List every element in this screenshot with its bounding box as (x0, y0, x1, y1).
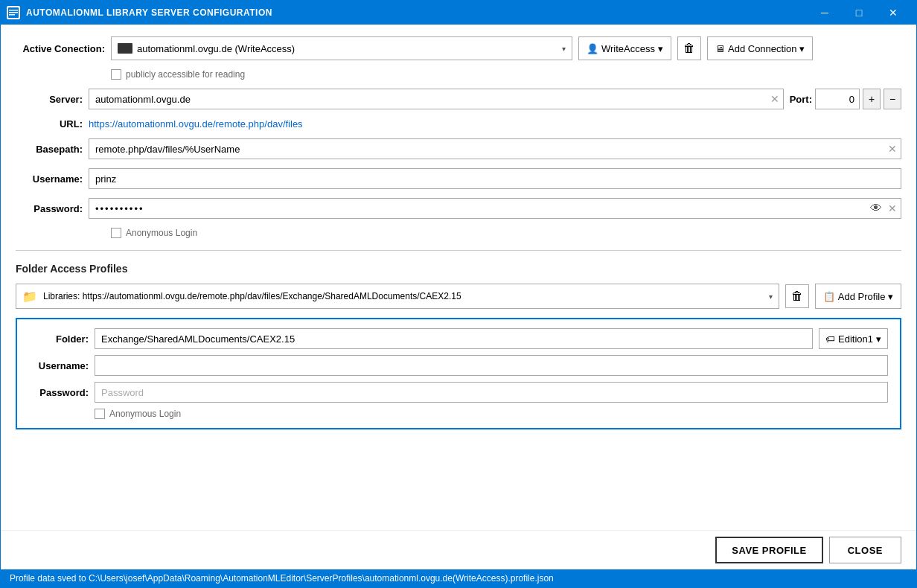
basepath-label: Basepath: (16, 144, 83, 155)
svg-rect-2 (9, 12, 18, 13)
bottom-bar: SAVE PROFILE CLOSE (1, 530, 916, 569)
user-icon: 👤 (587, 43, 598, 54)
profile-username-label: Username: (29, 360, 89, 371)
password-row: Password: 👁 ✕ (16, 198, 901, 219)
profile-username-row: Username: (29, 355, 888, 376)
profile-dropdown[interactable]: 📁 Libraries: https://automationml.ovgu.d… (16, 284, 779, 309)
publicly-accessible-row: publicly accessible for reading (16, 69, 901, 80)
username-input[interactable] (89, 168, 901, 189)
port-decrement-button[interactable]: − (884, 89, 901, 109)
minimize-button[interactable]: ─ (808, 1, 842, 25)
port-label: Port: (790, 94, 812, 105)
close-window-button[interactable]: ✕ (876, 1, 910, 25)
monitor-icon: 🖥 (715, 43, 725, 54)
basepath-input[interactable] (89, 138, 901, 159)
url-label: URL: (16, 118, 83, 130)
write-access-button[interactable]: 👤 WriteAccess ▾ (578, 36, 671, 60)
write-access-arrow-icon: ▾ (658, 43, 663, 54)
write-access-label: WriteAccess (601, 43, 655, 54)
username-row: Username: (16, 168, 901, 189)
tag-icon: 🏷 (825, 333, 835, 345)
main-content: Active Conection: automationml.ovgu.de (… (1, 25, 916, 530)
password-label: Password: (16, 203, 83, 214)
trash-icon: 🗑 (683, 42, 695, 55)
profile-dropdown-arrow-icon: ▾ (769, 293, 773, 301)
status-bar: Profile data sved to C:\Users\josef\AppD… (1, 569, 916, 587)
password-input[interactable] (89, 198, 901, 219)
server-clear-button[interactable]: ✕ (770, 94, 779, 104)
password-show-button[interactable]: 👁 (870, 202, 882, 215)
anonymous-login-label-1: Anonymous Login (126, 228, 197, 238)
publicly-accessible-label: publicly accessible for reading (126, 69, 245, 80)
section-divider (16, 250, 901, 251)
profile-anonymous-label: Anonymous Login (109, 409, 181, 419)
anonymous-login-checkbox-1[interactable] (111, 228, 121, 238)
folder-icon: 📁 (22, 290, 37, 304)
add-connection-button[interactable]: 🖥 Add Connection ▾ (707, 36, 813, 60)
profile-folder-row: Folder: 🏷 Edition1 ▾ (29, 328, 888, 349)
profile-password-input-wrapper (95, 382, 888, 403)
status-text: Profile data sved to C:\Users\josef\AppD… (10, 573, 554, 584)
basepath-row: Basepath: ✕ (16, 138, 901, 159)
profile-trash-icon: 🗑 (791, 290, 803, 303)
window-title: AUTOMALIONML LIBRARY SERVER CONFIGURATIO… (26, 7, 808, 18)
profile-anonymous-row: Anonymous Login (29, 409, 888, 419)
server-input[interactable] (89, 89, 784, 109)
username-input-wrapper (89, 168, 901, 189)
basepath-clear-button[interactable]: ✕ (888, 144, 897, 154)
connection-icon (118, 43, 132, 54)
delete-connection-button[interactable]: 🗑 (677, 36, 701, 60)
profile-password-row: Password: (29, 382, 888, 403)
profile-username-input-wrapper (95, 355, 888, 376)
port-input[interactable] (815, 89, 860, 109)
add-profile-button[interactable]: 📋 Add Profile ▾ (815, 284, 901, 309)
add-profile-label: Add Profile ▾ (838, 291, 893, 302)
svg-rect-3 (9, 14, 15, 16)
edition-label: Edition1 (838, 333, 873, 345)
server-label: Server: (16, 94, 83, 105)
close-dialog-button[interactable]: CLOSE (829, 537, 901, 563)
folder-access-title: Folder Access Profiles (16, 263, 901, 275)
profile-folder-input-wrapper (95, 328, 813, 349)
app-icon (7, 6, 20, 19)
profile-password-input[interactable] (95, 382, 888, 403)
profile-folder-input[interactable] (95, 328, 813, 349)
active-connection-label: Active Conection: (16, 43, 105, 54)
username-label: Username: (16, 173, 83, 185)
profile-dropdown-text: Libraries: https://automationml.ovgu.de/… (43, 291, 769, 301)
port-section: Port: + − (790, 89, 901, 109)
profile-folder-label: Folder: (29, 333, 89, 345)
server-input-wrapper: ✕ (89, 89, 784, 109)
title-bar: AUTOMALIONML LIBRARY SERVER CONFIGURATIO… (1, 1, 916, 25)
save-profile-button[interactable]: SAVE PROFILE (715, 537, 822, 563)
profile-dropdown-row: 📁 Libraries: https://automationml.ovgu.d… (16, 284, 901, 309)
edition-dropdown[interactable]: 🏷 Edition1 ▾ (819, 328, 888, 349)
connection-dropdown-text: automationml.ovgu.de (WriteAccess) (137, 43, 562, 54)
profile-username-input[interactable] (95, 355, 888, 376)
delete-profile-button[interactable]: 🗑 (785, 284, 809, 308)
profile-anonymous-checkbox[interactable] (95, 409, 105, 419)
window-controls: ─ □ ✕ (808, 1, 910, 25)
url-row: URL: https://automationml.ovgu.de/remote… (16, 118, 901, 130)
publicly-accessible-checkbox[interactable] (111, 69, 121, 80)
dropdown-arrow-icon: ▾ (562, 45, 566, 53)
connection-dropdown[interactable]: automationml.ovgu.de (WriteAccess) ▾ (111, 36, 572, 60)
url-value[interactable]: https://automationml.ovgu.de/remote.php/… (89, 118, 901, 130)
anonymous-login-row-1: Anonymous Login (16, 228, 901, 238)
maximize-button[interactable]: □ (842, 1, 876, 25)
basepath-input-wrapper: ✕ (89, 138, 901, 159)
server-row: Server: ✕ Port: + − (16, 89, 901, 109)
password-input-wrapper: 👁 ✕ (89, 198, 901, 219)
edition-arrow-icon: ▾ (876, 333, 881, 345)
add-connection-label: Add Connection ▾ (728, 43, 805, 54)
add-profile-icon: 📋 (823, 291, 835, 302)
profile-password-label: Password: (29, 387, 89, 398)
active-connection-row: Active Conection: automationml.ovgu.de (… (16, 36, 901, 60)
svg-rect-1 (9, 10, 18, 11)
port-increment-button[interactable]: + (863, 89, 881, 109)
main-window: AUTOMALIONML LIBRARY SERVER CONFIGURATIO… (0, 0, 917, 588)
password-clear-button[interactable]: ✕ (888, 203, 897, 214)
profile-detail-box: Folder: 🏷 Edition1 ▾ Username: Pass (16, 318, 901, 429)
